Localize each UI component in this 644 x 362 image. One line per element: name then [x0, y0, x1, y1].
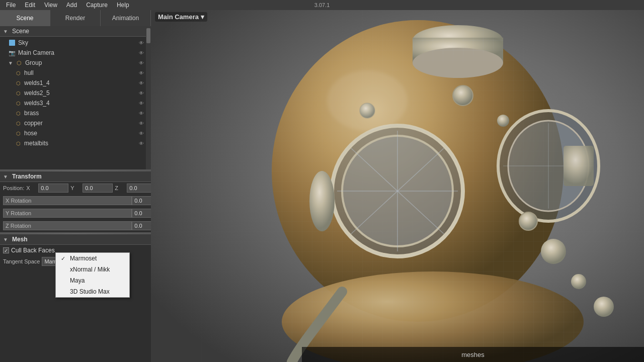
- brass-label: brass: [24, 110, 139, 117]
- tree-item-welds2-5[interactable]: ⬡ welds2_5 👁: [0, 88, 146, 98]
- transform-collapse-btn[interactable]: ▼: [3, 174, 9, 179]
- pos-y-input[interactable]: [83, 184, 113, 193]
- dropdown-option-3dsmax-label: 3D Studio Max: [70, 288, 110, 295]
- welds3-4-eye-icon[interactable]: 👁: [139, 101, 144, 106]
- hull-label: hull: [24, 69, 139, 76]
- viewport-camera-label: Main Camera ▾: [155, 12, 207, 22]
- helmet-svg: [151, 10, 644, 362]
- copper-label: copper: [24, 120, 139, 127]
- app-version: 3.07.1: [314, 2, 330, 8]
- tree-item-hose[interactable]: ⬡ hose 👁: [0, 128, 146, 138]
- menu-help[interactable]: Help: [113, 1, 133, 10]
- scene-title: Scene: [12, 28, 29, 35]
- z-rotation-row: Z Rotation: [3, 220, 157, 232]
- group-collapse-btn[interactable]: ▼: [8, 60, 14, 66]
- position-row: Position: X Y Z: [0, 182, 160, 194]
- hull-mesh-icon: ⬡: [14, 69, 22, 77]
- tree-item-welds3-4[interactable]: ⬡ welds3_4 👁: [0, 98, 146, 108]
- pos-x-input[interactable]: [38, 184, 68, 193]
- camera-icon: 📷: [8, 49, 16, 57]
- hose-mesh-icon: ⬡: [14, 129, 22, 137]
- menu-edit[interactable]: Edit: [21, 1, 39, 10]
- camera-eye-icon[interactable]: 👁: [139, 50, 144, 56]
- metalbits-eye-icon[interactable]: 👁: [139, 141, 144, 146]
- tab-render[interactable]: Render: [50, 10, 101, 26]
- dropdown-option-3dsmax[interactable]: 3D Studio Max: [56, 286, 129, 297]
- transform-section: ▼ Transform Position: X Y Z: [0, 171, 151, 233]
- tab-scene[interactable]: Scene: [0, 10, 50, 26]
- viewport-background: [151, 10, 644, 362]
- statusbar: meshes: [302, 347, 644, 362]
- dropdown-option-xnormal[interactable]: xNormal / Mikk: [56, 264, 129, 275]
- scene-scrollbar-thumb[interactable]: [146, 28, 150, 43]
- cull-back-faces-checkbox[interactable]: [3, 247, 9, 253]
- pos-y-label: Y: [70, 185, 80, 191]
- hose-label: hose: [24, 130, 139, 137]
- viewport-camera-arrow[interactable]: ▾: [201, 13, 204, 21]
- position-label: Position:: [3, 185, 24, 191]
- dropdown-option-maya[interactable]: Maya: [56, 275, 129, 286]
- viewport-camera-name: Main Camera: [158, 13, 199, 21]
- dropdown-option-marmoset[interactable]: ✓ Marmoset: [56, 253, 129, 264]
- welds3-4-label: welds3_4: [24, 100, 139, 107]
- group-icon: ⬡: [15, 59, 23, 67]
- hose-eye-icon[interactable]: 👁: [139, 131, 144, 136]
- group-eye-icon[interactable]: 👁: [139, 60, 144, 66]
- welds2-5-eye-icon[interactable]: 👁: [139, 90, 144, 96]
- tree-empty-space: [0, 148, 146, 168]
- tree-item-copper[interactable]: ⬡ copper 👁: [0, 118, 146, 128]
- tree-item-sky[interactable]: Sky 👁: [0, 38, 146, 48]
- welds1-4-mesh-icon: ⬡: [14, 79, 22, 87]
- hull-eye-icon[interactable]: 👁: [139, 70, 144, 76]
- copper-mesh-icon: ⬡: [14, 119, 22, 127]
- z-rotation-slider[interactable]: Z Rotation: [3, 221, 132, 230]
- dropdown-option-marmoset-label: Marmoset: [70, 255, 97, 262]
- tangent-dropdown-menu: ✓ Marmoset xNormal / Mikk Maya 3D Studio…: [55, 252, 130, 298]
- welds2-5-label: welds2_5: [24, 89, 139, 97]
- tab-animation[interactable]: Animation: [101, 10, 151, 26]
- welds2-5-mesh-icon: ⬡: [14, 89, 22, 97]
- tree-item-hull[interactable]: ⬡ hull 👁: [0, 68, 146, 78]
- cull-back-faces-label: Cull Back Faces: [11, 247, 55, 254]
- mesh-header: ▼ Mesh: [0, 234, 151, 245]
- tree-item-metalbits[interactable]: ⬡ metalbits 👁: [0, 138, 146, 148]
- menu-file[interactable]: File: [2, 1, 20, 10]
- sky-color-icon: [9, 40, 15, 46]
- sky-label: Sky: [18, 39, 139, 46]
- tree-item-group[interactable]: ▼ ⬡ Group 👁: [0, 58, 146, 68]
- dropdown-option-xnormal-label: xNormal / Mikk: [70, 266, 110, 273]
- x-rotation-row: X Rotation: [3, 195, 157, 207]
- sky-eye-icon[interactable]: 👁: [139, 40, 144, 46]
- tree-item-main-camera[interactable]: 📷 Main Camera 👁: [0, 48, 146, 58]
- x-rotation-slider[interactable]: X Rotation: [3, 196, 132, 205]
- tab-bar: Scene Render Animation: [0, 10, 151, 26]
- menu-view[interactable]: View: [40, 1, 61, 10]
- menu-bar: File Edit View Add Capture Help 3.07.1: [0, 0, 644, 10]
- mesh-title: Mesh: [12, 236, 28, 243]
- dropdown-option-maya-label: Maya: [70, 277, 85, 284]
- statusbar-text: meshes: [461, 351, 485, 358]
- y-rotation-slider[interactable]: Y Rotation: [3, 209, 132, 218]
- x-rotation-label: X Rotation: [6, 198, 31, 204]
- brass-eye-icon[interactable]: 👁: [139, 111, 144, 116]
- pos-x-label: X: [26, 185, 36, 191]
- main-layout: Scene Render Animation ▼ Scene: [0, 10, 644, 362]
- sky-icon: [8, 39, 16, 47]
- scene-scrollbar[interactable]: [146, 26, 151, 169]
- group-label: Group: [25, 59, 139, 66]
- menu-add[interactable]: Add: [62, 1, 81, 10]
- welds1-4-eye-icon[interactable]: 👁: [139, 80, 144, 86]
- tree-item-welds1-4[interactable]: ⬡ welds1_4 👁: [0, 78, 146, 88]
- transform-header: ▼ Transform: [0, 171, 160, 182]
- metalbits-mesh-icon: ⬡: [14, 139, 22, 147]
- copper-eye-icon[interactable]: 👁: [139, 121, 144, 126]
- marmoset-check-icon: ✓: [61, 255, 67, 262]
- mesh-collapse-btn[interactable]: ▼: [3, 237, 9, 242]
- transform-title: Transform: [12, 173, 42, 180]
- viewport[interactable]: Main Camera ▾ meshes: [151, 10, 644, 362]
- menu-capture[interactable]: Capture: [82, 1, 112, 10]
- tree-item-brass[interactable]: ⬡ brass 👁: [0, 108, 146, 118]
- metalbits-label: metalbits: [24, 140, 139, 147]
- y-rotation-row: Y Rotation: [3, 207, 157, 219]
- scene-collapse-btn[interactable]: ▼: [3, 29, 9, 34]
